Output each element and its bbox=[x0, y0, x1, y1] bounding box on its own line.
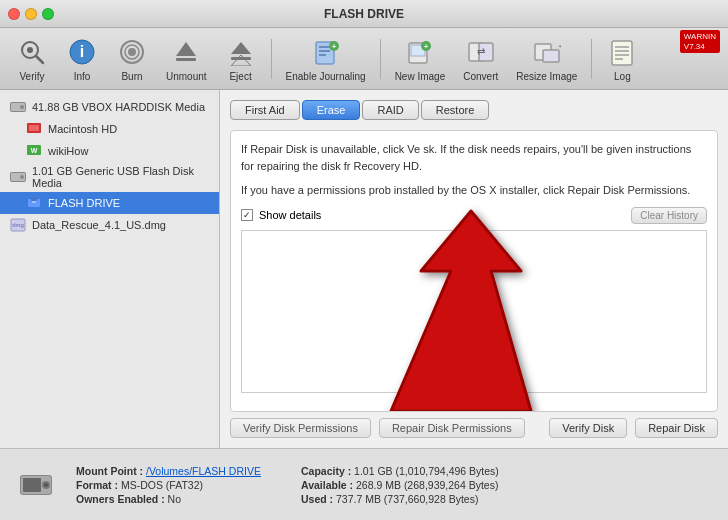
tab-raid[interactable]: RAID bbox=[362, 100, 418, 120]
used-label: Used : bbox=[301, 493, 333, 505]
resize-image-icon: ↔ bbox=[531, 36, 563, 68]
tab-erase[interactable]: Erase bbox=[302, 100, 361, 120]
sidebar-macintosh-hd-label: Macintosh HD bbox=[48, 123, 117, 135]
unmount-icon bbox=[170, 36, 202, 68]
mount-point-label: Mount Point : bbox=[76, 465, 143, 477]
repair-disk-button[interactable]: Repair Disk bbox=[635, 418, 718, 438]
svg-point-54 bbox=[44, 483, 48, 487]
available-value: 268.9 MB (268,939,264 Bytes) bbox=[356, 479, 498, 491]
svg-rect-46 bbox=[32, 201, 36, 203]
verify-disk-permissions-button[interactable]: Verify Disk Permissions bbox=[230, 418, 371, 438]
repair-disk-permissions-button[interactable]: Repair Disk Permissions bbox=[379, 418, 525, 438]
toolbar-eject[interactable]: Eject bbox=[217, 32, 265, 86]
burn-icon bbox=[116, 36, 148, 68]
show-details-label: Show details bbox=[259, 209, 321, 221]
main-area: 41.88 GB VBOX HARDDISK Media Macintosh H… bbox=[0, 90, 728, 448]
enable-journaling-icon: + bbox=[310, 36, 342, 68]
sidebar-item-data-rescue[interactable]: dmg Data_Rescue_4.1_US.dmg bbox=[0, 214, 219, 236]
burn-label: Burn bbox=[121, 71, 142, 82]
toolbar-separator-3 bbox=[591, 39, 592, 79]
svg-rect-12 bbox=[231, 57, 251, 60]
sidebar-item-flash-drive[interactable]: FLASH DRIVE bbox=[0, 192, 219, 214]
mount-point-row: Mount Point : /Volumes/FLASH DRIVE bbox=[76, 465, 261, 477]
svg-line-1 bbox=[36, 56, 43, 63]
svg-text:dmg: dmg bbox=[12, 222, 24, 228]
mount-point-value[interactable]: /Volumes/FLASH DRIVE bbox=[146, 465, 261, 477]
toolbar-separator-1 bbox=[271, 39, 272, 79]
macintosh-hd-icon bbox=[26, 121, 42, 137]
toolbar: Verify i Info Burn Unmou bbox=[0, 28, 728, 90]
flash-drive-icon bbox=[26, 195, 42, 211]
verify-label: Verify bbox=[19, 71, 44, 82]
svg-rect-52 bbox=[23, 478, 41, 492]
tab-restore[interactable]: Restore bbox=[421, 100, 490, 120]
new-image-label: New Image bbox=[395, 71, 446, 82]
toolbar-enable-journaling[interactable]: + Enable Journaling bbox=[278, 32, 374, 86]
svg-text:↔: ↔ bbox=[557, 40, 561, 51]
svg-point-36 bbox=[20, 105, 24, 109]
show-details-checkbox[interactable] bbox=[241, 209, 253, 221]
sidebar-item-wikihow[interactable]: W wikiHow bbox=[0, 140, 219, 162]
svg-rect-45 bbox=[31, 197, 37, 201]
eject-icon bbox=[225, 36, 257, 68]
format-row: Format : MS-DOS (FAT32) bbox=[76, 479, 261, 491]
toolbar-log[interactable]: Log bbox=[598, 32, 646, 86]
svg-rect-29 bbox=[612, 41, 632, 65]
format-value: MS-DOS (FAT32) bbox=[121, 479, 203, 491]
owners-label: Owners Enabled : bbox=[76, 493, 165, 505]
toolbar-resize-image[interactable]: ↔ Resize Image bbox=[508, 32, 585, 86]
status-drive-icon bbox=[16, 465, 56, 505]
toolbar-new-image[interactable]: + New Image bbox=[387, 32, 454, 86]
verify-disk-button[interactable]: Verify Disk bbox=[549, 418, 627, 438]
status-info: Mount Point : /Volumes/FLASH DRIVE Forma… bbox=[76, 465, 499, 505]
right-panel: First Aid Erase RAID Restore If Repair D… bbox=[220, 90, 728, 448]
toolbar-verify[interactable]: Verify bbox=[8, 32, 56, 86]
sidebar-item-macintosh-hd[interactable]: Macintosh HD bbox=[0, 118, 219, 140]
status-col-right: Capacity : 1.01 GB (1,010,794,496 Bytes)… bbox=[301, 465, 499, 505]
title-bar: FLASH DRIVE WARNIN V7.34 bbox=[0, 0, 728, 28]
usb-media-icon bbox=[10, 169, 26, 185]
wikihow-icon: W bbox=[26, 143, 42, 159]
close-button[interactable] bbox=[8, 8, 20, 20]
sidebar-flash-drive-label: FLASH DRIVE bbox=[48, 197, 120, 209]
paragraph-1: If Repair Disk is unavailable, click Ve … bbox=[241, 141, 707, 174]
window-controls[interactable] bbox=[8, 8, 54, 20]
window-title: FLASH DRIVE bbox=[324, 7, 404, 21]
svg-marker-8 bbox=[176, 42, 196, 56]
available-row: Available : 268.9 MB (268,939,264 Bytes) bbox=[301, 479, 499, 491]
enable-journaling-label: Enable Journaling bbox=[286, 71, 366, 82]
owners-value: No bbox=[168, 493, 181, 505]
clear-history-button[interactable]: Clear History bbox=[631, 207, 707, 224]
log-label: Log bbox=[614, 71, 631, 82]
status-col-left: Mount Point : /Volumes/FLASH DRIVE Forma… bbox=[76, 465, 261, 505]
sidebar-generic-usb-label: 1.01 GB Generic USB Flash Disk Media bbox=[32, 165, 209, 189]
log-area bbox=[241, 230, 707, 394]
sidebar-wikihow-label: wikiHow bbox=[48, 145, 88, 157]
show-details-row: Show details Clear History bbox=[241, 207, 707, 224]
warning-badge: WARNIN V7.34 bbox=[680, 30, 720, 53]
content-area: If Repair Disk is unavailable, click Ve … bbox=[230, 130, 718, 412]
svg-text:W: W bbox=[31, 147, 38, 154]
minimize-button[interactable] bbox=[25, 8, 37, 20]
format-label: Format : bbox=[76, 479, 118, 491]
maximize-button[interactable] bbox=[42, 8, 54, 20]
toolbar-burn[interactable]: Burn bbox=[108, 32, 156, 86]
toolbar-unmount[interactable]: Unmount bbox=[158, 32, 215, 86]
svg-marker-11 bbox=[231, 55, 251, 66]
svg-point-6 bbox=[128, 48, 136, 56]
info-label: Info bbox=[74, 71, 91, 82]
available-label: Available : bbox=[301, 479, 353, 491]
sidebar-item-vbox[interactable]: 41.88 GB VBOX HARDDISK Media bbox=[0, 96, 219, 118]
eject-label: Eject bbox=[229, 71, 251, 82]
new-image-icon: + bbox=[404, 36, 436, 68]
tabs-bar: First Aid Erase RAID Restore bbox=[230, 100, 718, 120]
sidebar-item-generic-usb[interactable]: 1.01 GB Generic USB Flash Disk Media bbox=[0, 162, 219, 192]
svg-text:⇄: ⇄ bbox=[477, 46, 485, 57]
sidebar: 41.88 GB VBOX HARDDISK Media Macintosh H… bbox=[0, 90, 220, 448]
toolbar-separator-2 bbox=[380, 39, 381, 79]
toolbar-convert[interactable]: ⇄ Convert bbox=[455, 32, 506, 86]
svg-text:+: + bbox=[424, 42, 429, 51]
info-icon: i bbox=[66, 36, 98, 68]
toolbar-info[interactable]: i Info bbox=[58, 32, 106, 86]
tab-first-aid[interactable]: First Aid bbox=[230, 100, 300, 120]
